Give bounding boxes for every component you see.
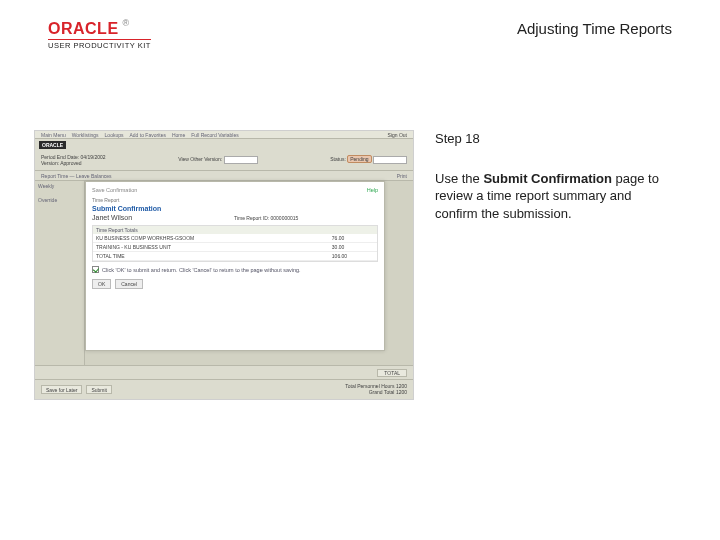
menu-item[interactable]: Home <box>172 132 185 138</box>
menu-item-signout[interactable]: Sign Out <box>388 132 407 138</box>
left-sidebar: Weekly Override <box>35 181 85 365</box>
step-label: Step 18 <box>435 130 675 148</box>
sidebar-item[interactable]: Weekly <box>38 183 81 189</box>
row-label: KU BUSINESS COMP WORKHRS-GSOOM <box>93 234 329 243</box>
step-body-bold: Submit Confirmation <box>483 171 612 186</box>
total-label: TOTAL <box>377 369 407 377</box>
step-instruction: Use the Submit Confirmation page to revi… <box>435 170 675 223</box>
table-row: TRAINING - KU BUSINESS UNIT 30.00 <box>93 243 377 252</box>
time-report-totals-table: Time Report Totals KU BUSINESS COMP WORK… <box>92 225 378 262</box>
menu-item[interactable]: Add to Favorites <box>130 132 166 138</box>
logo: ORACLE ® USER PRODUCTIVITY KIT <box>48 20 151 50</box>
table-header: Time Report Totals <box>93 226 377 234</box>
modal-heading: Submit Confirmation <box>92 205 378 212</box>
view-other-dropdown[interactable] <box>224 156 258 164</box>
sub-tab-strip: Report Time — Leave Balances Print <box>35 171 413 181</box>
table-row: TOTAL TIME 106.00 <box>93 252 377 261</box>
confirmation-note: Click 'OK' to submit and return. Click '… <box>102 267 301 273</box>
cancel-button[interactable]: Cancel <box>115 279 143 289</box>
report-id-value: 0000000015 <box>271 215 299 221</box>
save-for-later-button[interactable]: Save for Later <box>41 385 82 394</box>
tab-report-time[interactable]: Report Time — Leave Balances <box>41 173 112 179</box>
step-body-prefix: Use the <box>435 171 483 186</box>
logo-brand-text: ORACLE <box>48 20 119 38</box>
ok-button[interactable]: OK <box>92 279 111 289</box>
modal-small-title: Save Confirmation <box>92 187 378 193</box>
submit-confirmation-modal: Help Save Confirmation Time Report Submi… <box>85 181 385 351</box>
trademark-icon: ® <box>123 18 130 28</box>
menu-item[interactable]: Lookups <box>105 132 124 138</box>
help-link[interactable]: Help <box>367 187 378 193</box>
print-link[interactable]: Print <box>397 173 407 179</box>
modal-section-label: Time Report <box>92 197 378 203</box>
logo-tagline: USER PRODUCTIVITY KIT <box>48 39 151 50</box>
embedded-screenshot: Main Menu Worklistings Lookups Add to Fa… <box>34 130 414 400</box>
row-value: 30.00 <box>329 243 377 252</box>
context-bar: Period End Date: 04/19/2002 Version: App… <box>35 149 413 171</box>
app-logo: ORACLE <box>39 141 66 149</box>
version-label: Version: Approved <box>41 160 82 166</box>
row-label: TRAINING - KU BUSINESS UNIT <box>93 243 329 252</box>
period-value: 04/19/2002 <box>80 154 105 160</box>
status-badge: Pending <box>347 155 371 163</box>
app-top-menu: Main Menu Worklistings Lookups Add to Fa… <box>35 131 413 139</box>
report-id-label: Time Report ID: <box>234 215 269 221</box>
row-value: 106.00 <box>329 252 377 261</box>
row-label: TOTAL TIME <box>93 252 329 261</box>
table-row: KU BUSINESS COMP WORKHRS-GSOOM 76.00 <box>93 234 377 243</box>
checkmark-icon <box>92 266 99 273</box>
menu-item[interactable]: Worklistings <box>72 132 99 138</box>
status-dropdown[interactable] <box>373 156 407 164</box>
submit-button[interactable]: Submit <box>86 385 112 394</box>
menu-item[interactable]: Full Record Variables <box>191 132 238 138</box>
employee-name: Janet Wilson <box>92 214 132 221</box>
status-label: Status: <box>330 156 346 162</box>
grand-total-label: Grand Total <box>369 389 395 395</box>
sidebar-item[interactable]: Override <box>38 197 81 203</box>
menu-item[interactable]: Main Menu <box>41 132 66 138</box>
view-other-label: View Other Version: <box>178 156 222 162</box>
grand-total-value: 1200 <box>396 389 407 395</box>
page-title: Adjusting Time Reports <box>517 20 672 37</box>
row-value: 76.00 <box>329 234 377 243</box>
